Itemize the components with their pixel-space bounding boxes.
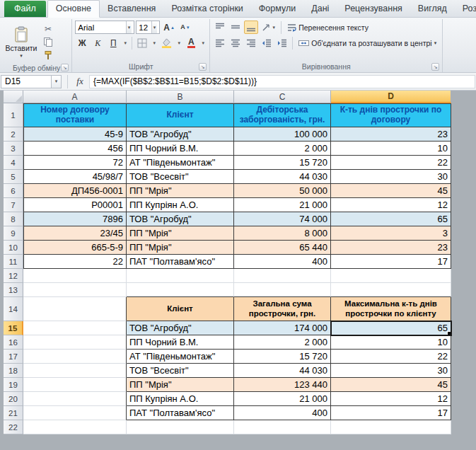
merge-center-button[interactable]: Об'єднати та розташувати в центрі▾	[296, 38, 439, 49]
cell-b11[interactable]: ПАТ "Полтавам'ясо"	[127, 255, 234, 269]
copy-button[interactable]	[41, 35, 55, 49]
cell-b16[interactable]: ПП Чорний В.М.	[127, 335, 234, 350]
name-box[interactable]: D15	[1, 75, 52, 88]
cell-c16[interactable]: 2 000	[234, 335, 331, 350]
alignment-dialog-launcher-icon[interactable]: ↘	[431, 63, 439, 71]
cell-a13[interactable]	[23, 283, 127, 297]
cell-b19[interactable]: ПП "Мрія"	[127, 378, 234, 392]
row-header-22[interactable]: 22	[4, 420, 23, 434]
cell-c2[interactable]: 100 000	[234, 127, 331, 142]
increase-indent-button[interactable]	[275, 36, 289, 50]
row-header-16[interactable]: 16	[4, 335, 23, 350]
select-all-corner[interactable]	[4, 91, 23, 103]
align-middle-button[interactable]	[228, 21, 243, 34]
cell-b5[interactable]: ТОВ "Всесвіт"	[127, 170, 234, 184]
clipboard-dialog-launcher-icon[interactable]: ↘	[61, 64, 69, 71]
cell-d9[interactable]: 3	[331, 226, 451, 241]
name-box-caret-icon[interactable]: ▾	[52, 75, 62, 88]
cell-d3[interactable]: 10	[331, 142, 451, 156]
cell-d11[interactable]: 17	[331, 255, 451, 269]
cell-c5[interactable]: 44 030	[234, 170, 331, 184]
cell-a1[interactable]: Номер договору поставки	[23, 103, 127, 127]
cell-a16[interactable]	[23, 335, 127, 350]
cell-a4[interactable]: 72	[23, 156, 127, 170]
align-center-button[interactable]	[228, 36, 243, 50]
row-header-12[interactable]: 12	[4, 269, 23, 283]
cell-a5[interactable]: 45/98/7	[23, 170, 127, 184]
cell-b17[interactable]: АТ "Південьмонтаж"	[127, 350, 234, 364]
cell-c4[interactable]: 15 720	[234, 156, 331, 170]
cell-c8[interactable]: 74 000	[234, 212, 331, 226]
cell-c3[interactable]: 2 000	[234, 142, 331, 156]
cell-b18[interactable]: ТОВ "Всесвіт"	[127, 364, 234, 378]
cell-d4[interactable]: 22	[331, 156, 451, 170]
col-header-b[interactable]: B	[127, 91, 234, 103]
cell-a21[interactable]	[23, 406, 127, 420]
font-color-caret-icon[interactable]: ▾	[199, 36, 207, 50]
tab-file[interactable]: Файл	[4, 1, 46, 17]
cell-d16[interactable]: 10	[331, 335, 451, 350]
cell-b2[interactable]: ТОВ "Агробуд"	[127, 127, 234, 142]
cell-a10[interactable]: 665-5-9	[23, 241, 127, 255]
formula-input[interactable]: {=MAX(IF($B$2:$B$11=B15;$D$2:$D$11))}	[89, 75, 475, 88]
col-header-d[interactable]: D	[331, 91, 451, 103]
font-name-select[interactable]: Arial▾	[75, 21, 134, 34]
row-header-5[interactable]: 5	[4, 170, 23, 184]
row-header-4[interactable]: 4	[4, 156, 23, 170]
cell-d8[interactable]: 65	[331, 212, 451, 226]
cell-a20[interactable]	[23, 392, 127, 406]
cell-b4[interactable]: АТ "Південьмонтаж"	[127, 156, 234, 170]
cell-c14[interactable]: Загальна сума прострочки, грн.	[234, 297, 331, 321]
increase-font-button[interactable]: А▲	[161, 21, 177, 34]
cell-c1[interactable]: Дебіторська заборгованість, грн.	[234, 103, 331, 127]
cell-b14[interactable]: Клієнт	[127, 297, 234, 321]
cell-c6[interactable]: 50 000	[234, 184, 331, 198]
cell-c12[interactable]	[234, 269, 331, 283]
row-header-6[interactable]: 6	[4, 184, 23, 198]
row-header-2[interactable]: 2	[4, 127, 23, 142]
cell-b10[interactable]: ПП "Мрія"	[127, 241, 234, 255]
paste-button[interactable]: Вставити ▾	[4, 21, 38, 64]
cell-d6[interactable]: 45	[331, 184, 451, 198]
tab-home[interactable]: Основне	[47, 0, 100, 18]
cell-a3[interactable]: 456	[23, 142, 127, 156]
cell-a11[interactable]: 22	[23, 255, 127, 269]
cell-c22[interactable]	[234, 420, 331, 434]
cell-a6[interactable]: ДП456-0001	[23, 184, 127, 198]
italic-button[interactable]: К	[91, 36, 105, 50]
tab-review[interactable]: Рецензування	[337, 1, 410, 17]
row-header-3[interactable]: 3	[4, 142, 23, 156]
row-header-14[interactable]: 14	[4, 297, 23, 321]
cell-c21[interactable]: 400	[234, 406, 331, 420]
tab-view[interactable]: Вигляд	[410, 1, 455, 17]
row-header-21[interactable]: 21	[4, 406, 23, 420]
tab-page-layout[interactable]: Розмітка сторінки	[163, 1, 250, 17]
cell-b12[interactable]	[127, 269, 234, 283]
cell-b6[interactable]: ПП "Мрія"	[127, 184, 234, 198]
cell-b8[interactable]: ТОВ "Агробуд"	[127, 212, 234, 226]
col-header-c[interactable]: C	[234, 91, 331, 103]
col-header-a[interactable]: A	[23, 91, 127, 103]
row-header-10[interactable]: 10	[4, 241, 23, 255]
wrap-text-button[interactable]: Перенесення тексту	[284, 22, 371, 33]
cell-d7[interactable]: 12	[331, 198, 451, 212]
cell-b21[interactable]: ПАТ "Полтавам'ясо"	[127, 406, 234, 420]
cell-b9[interactable]: ПП "Мрія"	[127, 226, 234, 241]
cell-d13[interactable]	[331, 283, 451, 297]
tab-developer-truncated[interactable]: Роз	[455, 1, 476, 17]
tab-insert[interactable]: Вставлення	[100, 1, 163, 17]
cell-d20[interactable]: 12	[331, 392, 451, 406]
cell-c13[interactable]	[234, 283, 331, 297]
row-header-8[interactable]: 8	[4, 212, 23, 226]
cell-b1[interactable]: Клієнт	[127, 103, 234, 127]
cell-d12[interactable]	[331, 269, 451, 283]
underline-button[interactable]: П	[106, 36, 120, 50]
row-header-19[interactable]: 19	[4, 378, 23, 392]
cell-b13[interactable]	[127, 283, 234, 297]
orientation-button[interactable]: ▼	[260, 21, 278, 34]
insert-function-button[interactable]: fx	[71, 76, 89, 87]
cell-a9[interactable]: 23/45	[23, 226, 127, 241]
cut-button[interactable]: ✂	[41, 22, 55, 35]
decrease-font-button[interactable]: А▼	[178, 21, 192, 34]
row-header-17[interactable]: 17	[4, 350, 23, 364]
